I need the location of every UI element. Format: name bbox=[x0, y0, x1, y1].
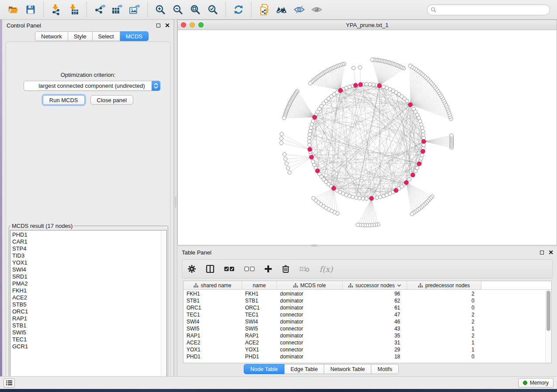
network-hub-node[interactable] bbox=[377, 84, 382, 88]
network-node[interactable] bbox=[408, 178, 411, 181]
network-node[interactable] bbox=[280, 132, 284, 136]
network-node[interactable] bbox=[308, 133, 311, 136]
table-row[interactable]: RAP1RAP1dominator352 bbox=[183, 332, 545, 339]
close-table-panel-icon[interactable]: ✕ bbox=[548, 251, 554, 254]
network-node[interactable] bbox=[356, 223, 360, 227]
column-view-icon[interactable] bbox=[206, 265, 214, 273]
network-hub-node[interactable] bbox=[315, 169, 320, 173]
export-image-icon[interactable] bbox=[127, 2, 142, 17]
network-hub-node[interactable] bbox=[394, 188, 398, 193]
clone-network-icon[interactable] bbox=[257, 2, 272, 17]
network-node[interactable] bbox=[378, 195, 382, 199]
network-node[interactable] bbox=[382, 85, 385, 89]
network-window-titlebar[interactable]: YPA_prune.txt_1 bbox=[178, 20, 557, 30]
mcds-result-item[interactable]: GCR1 bbox=[10, 343, 160, 350]
tab-node-table[interactable]: Node Table bbox=[244, 364, 284, 374]
network-node[interactable] bbox=[288, 171, 291, 174]
tab-motifs[interactable]: Motifs bbox=[371, 364, 398, 374]
network-hub-node[interactable] bbox=[312, 115, 317, 120]
network-node[interactable] bbox=[358, 65, 362, 69]
column-header-predecessor-nodes[interactable]: predecessor nodes bbox=[407, 281, 481, 289]
network-node[interactable] bbox=[358, 196, 361, 200]
mcds-result-item[interactable]: ORC1 bbox=[10, 308, 160, 315]
column-header-name[interactable]: name bbox=[242, 281, 277, 289]
tab-network-table[interactable]: Network Table bbox=[324, 364, 371, 374]
network-node[interactable] bbox=[308, 82, 312, 85]
network-node[interactable] bbox=[309, 126, 313, 129]
mcds-result-item[interactable]: TEC1 bbox=[10, 336, 160, 343]
select-all-checkbox-icon[interactable] bbox=[224, 266, 235, 272]
network-node[interactable] bbox=[361, 197, 365, 200]
network-node[interactable] bbox=[285, 162, 288, 165]
network-node[interactable] bbox=[280, 137, 283, 140]
network-node[interactable] bbox=[284, 157, 287, 161]
network-canvas[interactable] bbox=[178, 30, 557, 245]
tab-edge-table[interactable]: Edge Table bbox=[284, 364, 324, 374]
network-node[interactable] bbox=[365, 197, 368, 200]
close-panel-icon[interactable]: ✕ bbox=[165, 24, 170, 28]
delete-column-icon[interactable] bbox=[282, 265, 290, 273]
network-node[interactable] bbox=[408, 64, 412, 68]
mcds-result-item[interactable]: STB1 bbox=[10, 322, 160, 329]
table-row[interactable]: ORC1ORC1dominator610 bbox=[183, 304, 545, 311]
network-hub-node[interactable] bbox=[353, 83, 358, 88]
network-node[interactable] bbox=[450, 134, 453, 137]
network-node[interactable] bbox=[412, 107, 415, 110]
network-node[interactable] bbox=[365, 83, 368, 86]
add-column-icon[interactable] bbox=[264, 265, 272, 273]
mcds-result-item[interactable]: CAR1 bbox=[10, 238, 160, 245]
network-hub-node[interactable] bbox=[332, 186, 336, 191]
network-search-field[interactable] bbox=[427, 4, 550, 15]
column-header-successor-nodes[interactable]: successor nodes bbox=[343, 281, 407, 289]
network-node[interactable] bbox=[375, 196, 378, 199]
network-node[interactable] bbox=[368, 83, 372, 86]
criterion-dropdown[interactable]: largest connected component (undirected) bbox=[24, 81, 160, 91]
network-node[interactable] bbox=[372, 83, 375, 86]
network-hub-node[interactable] bbox=[421, 149, 425, 154]
network-hub-node[interactable] bbox=[370, 196, 374, 201]
mcds-list-scrollbar[interactable] bbox=[161, 230, 166, 383]
network-node[interactable] bbox=[308, 143, 311, 147]
table-row[interactable]: SWI5SWI5connector431 bbox=[183, 325, 545, 332]
close-panel-button[interactable]: Close panel bbox=[90, 95, 134, 105]
network-hub-node[interactable] bbox=[309, 155, 314, 159]
network-node[interactable] bbox=[370, 58, 374, 61]
network-hub-node[interactable] bbox=[339, 88, 343, 93]
network-hub-node[interactable] bbox=[408, 103, 413, 107]
network-node[interactable] bbox=[283, 153, 286, 156]
network-hub-node[interactable] bbox=[411, 173, 415, 177]
network-node[interactable] bbox=[410, 212, 414, 216]
export-table-icon[interactable] bbox=[110, 2, 125, 17]
tab-mcds[interactable]: MCDS bbox=[120, 31, 149, 41]
open-file-icon[interactable] bbox=[6, 2, 21, 17]
table-row[interactable]: YOX1YOX1connector291 bbox=[183, 346, 545, 353]
zoom-out-icon[interactable] bbox=[170, 2, 185, 17]
mcds-result-item[interactable]: TID3 bbox=[10, 252, 160, 259]
search-input[interactable] bbox=[436, 6, 546, 13]
refresh-styles-icon[interactable] bbox=[231, 2, 246, 17]
table-scrollbar-thumb[interactable] bbox=[547, 291, 550, 331]
network-node[interactable] bbox=[308, 140, 311, 143]
network-node[interactable] bbox=[308, 129, 312, 133]
network-node[interactable] bbox=[351, 195, 354, 199]
network-node[interactable] bbox=[354, 196, 358, 199]
deselect-all-checkbox-icon[interactable] bbox=[244, 266, 255, 272]
mcds-result-item[interactable]: ACE2 bbox=[10, 294, 160, 301]
zoom-fit-icon[interactable] bbox=[188, 2, 203, 17]
network-node[interactable] bbox=[420, 126, 424, 129]
mcds-result-item[interactable]: FKH1 bbox=[10, 287, 160, 294]
float-table-panel-icon[interactable] bbox=[540, 251, 544, 254]
network-node[interactable] bbox=[280, 141, 283, 144]
mcds-result-item[interactable]: YOX1 bbox=[10, 259, 160, 266]
table-scrollbar[interactable] bbox=[545, 290, 551, 363]
network-node[interactable] bbox=[286, 166, 290, 170]
network-node[interactable] bbox=[422, 133, 425, 136]
search-network-icon[interactable] bbox=[274, 2, 289, 17]
network-node[interactable] bbox=[352, 66, 355, 69]
tab-select[interactable]: Select bbox=[93, 31, 120, 41]
network-node[interactable] bbox=[308, 136, 311, 140]
mcds-result-item[interactable]: STB5 bbox=[10, 301, 160, 308]
import-network-icon[interactable] bbox=[49, 2, 64, 17]
table-row[interactable]: SWI4SWI4dominator462 bbox=[183, 318, 545, 325]
network-node[interactable] bbox=[421, 129, 425, 133]
